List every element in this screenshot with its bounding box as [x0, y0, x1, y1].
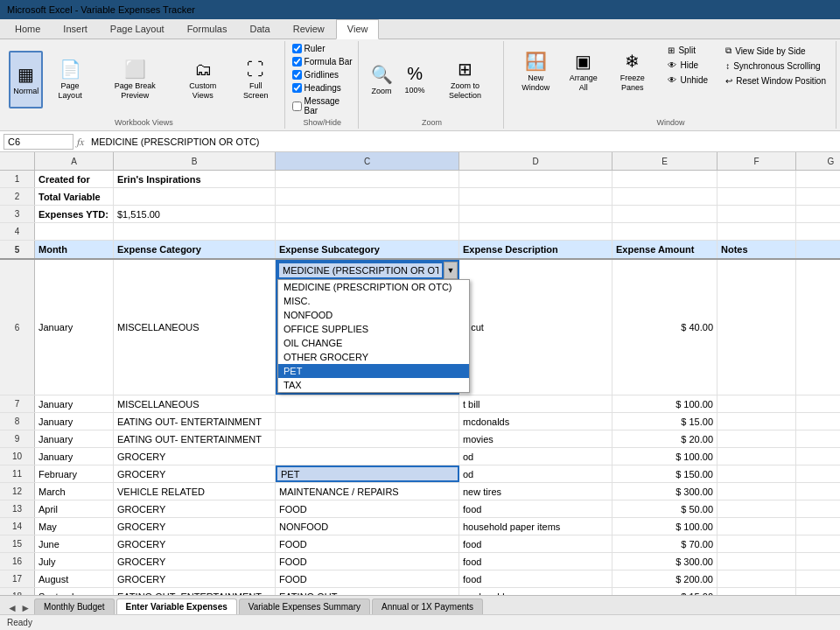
cell-4-b[interactable] — [114, 223, 276, 240]
ribbon-btn-new-window[interactable]: 🪟New Window — [511, 43, 560, 101]
cell-10-d[interactable]: od — [459, 448, 612, 465]
cell-13-d[interactable]: food — [459, 500, 612, 517]
cell-17-c[interactable]: FOOD — [276, 570, 459, 587]
cell-13-g[interactable] — [796, 500, 840, 517]
cell-15-b[interactable]: GROCERY — [114, 536, 276, 552]
sheet-tab-annual-or-1x-payments[interactable]: Annual or 1X Payments — [372, 598, 483, 614]
checkbox-ruler[interactable] — [292, 44, 302, 53]
cell-15-c[interactable]: FOOD — [276, 536, 459, 552]
ribbon-tab-review[interactable]: Review — [282, 19, 336, 38]
cell-13-e[interactable]: $ 50.00 — [612, 500, 718, 517]
cell-8-d[interactable]: mcdonalds — [459, 413, 612, 430]
cell-11-d[interactable]: od — [459, 466, 612, 482]
cell-17-b[interactable]: GROCERY — [114, 570, 276, 587]
cell-17-e[interactable]: $ 200.00 — [612, 570, 718, 587]
sheet-tab-monthly-budget[interactable]: Monthly Budget — [34, 598, 115, 614]
cell-1-g[interactable] — [796, 171, 840, 187]
ribbon-btn-page-layout[interactable]: 📄Page Layout — [45, 51, 95, 108]
dropdown-item[interactable]: OTHER GROCERY — [278, 350, 469, 364]
cell-4-c[interactable] — [276, 223, 459, 240]
cell-13-b[interactable]: GROCERY — [114, 500, 276, 517]
cell-11-a[interactable]: February — [35, 466, 114, 482]
formula-input[interactable] — [88, 135, 836, 149]
dropdown-item[interactable]: OIL CHANGE — [278, 336, 469, 350]
cell-4-a[interactable] — [35, 223, 114, 240]
cell-15-g[interactable] — [796, 536, 840, 552]
cell-5-g[interactable] — [796, 241, 840, 258]
cell-11-e[interactable]: $ 150.00 — [612, 466, 718, 482]
ribbon-tab-home[interactable]: Home — [4, 19, 52, 38]
cell-2-g[interactable] — [796, 188, 840, 205]
cell-9-e[interactable]: $ 20.00 — [612, 430, 718, 447]
cell-1-d[interactable] — [459, 171, 612, 187]
cell-7-a[interactable]: January — [35, 396, 114, 412]
cell-9-g[interactable] — [796, 430, 840, 447]
cell-6-f[interactable] — [718, 260, 796, 395]
cell-1-e[interactable] — [612, 171, 718, 187]
cell-1-b[interactable]: Erin's Inspirations — [114, 171, 276, 187]
col-header-c[interactable]: C — [276, 152, 459, 170]
dropdown-item[interactable]: OFFICE SUPPLIES — [278, 322, 469, 336]
dropdown-item[interactable]: MEDICINE (PRESCRIPTION OR OTC) — [278, 280, 469, 294]
ribbon-tab-formulas[interactable]: Formulas — [176, 19, 239, 38]
ribbon-btn-zoom-selection[interactable]: ⊞Zoom to Selection — [432, 51, 498, 108]
cell-12-g[interactable] — [796, 483, 840, 500]
dropdown-selected-input[interactable] — [277, 262, 444, 279]
cell-14-b[interactable]: GROCERY — [114, 518, 276, 535]
cell-15-e[interactable]: $ 70.00 — [612, 536, 718, 552]
col-header-e[interactable]: E — [612, 152, 718, 170]
cell-2-c[interactable] — [276, 188, 459, 205]
cell-8-g[interactable] — [796, 413, 840, 430]
cell-13-f[interactable] — [718, 500, 796, 517]
cell-8-f[interactable] — [718, 413, 796, 430]
cell-11-b[interactable]: GROCERY — [114, 466, 276, 482]
ribbon-btn-split[interactable]: ⊞Split — [663, 43, 712, 58]
cell-15-f[interactable] — [718, 536, 796, 552]
cell-4-d[interactable] — [459, 223, 612, 240]
cell-10-c[interactable] — [276, 448, 459, 465]
cell-11-c[interactable]: PET — [276, 466, 459, 482]
cell-5-b[interactable]: Expense Category — [114, 241, 276, 258]
cell-6-c[interactable]: ▼MEDICINE (PRESCRIPTION OR OTC)MISC.NONF… — [276, 260, 459, 395]
cell-11-f[interactable] — [718, 466, 796, 482]
cell-8-e[interactable]: $ 15.00 — [612, 413, 718, 430]
ribbon-btn-custom-views[interactable]: 🗂Custom Views — [175, 51, 231, 108]
ribbon-tab-data[interactable]: Data — [238, 19, 281, 38]
cell-14-a[interactable]: May — [35, 518, 114, 535]
cell-13-c[interactable]: FOOD — [276, 500, 459, 517]
sheet-tab-variable-expenses-summary[interactable]: Variable Expenses Summary — [239, 598, 370, 614]
cell-2-b[interactable] — [114, 188, 276, 205]
dropdown-item[interactable]: NONFOOD — [278, 308, 469, 322]
cell-14-c[interactable]: NONFOOD — [276, 518, 459, 535]
col-header-b[interactable]: B — [114, 152, 276, 170]
cell-3-e[interactable] — [612, 206, 718, 222]
cell-4-e[interactable] — [612, 223, 718, 240]
cell-7-c[interactable] — [276, 396, 459, 412]
col-header-a[interactable]: A — [35, 152, 114, 170]
cell-13-a[interactable]: April — [35, 500, 114, 517]
cell-5-e[interactable]: Expense Amount — [612, 241, 718, 258]
ribbon-btn-reset-position[interactable]: ↩Reset Window Position — [721, 74, 830, 88]
cell-2-e[interactable] — [612, 188, 718, 205]
cell-10-b[interactable]: GROCERY — [114, 448, 276, 465]
cell-3-b[interactable]: $1,515.00 — [114, 206, 276, 222]
sheet-tab-nav[interactable]: ◄ ► — [4, 602, 34, 614]
cell-9-c[interactable] — [276, 430, 459, 447]
cell-3-a[interactable]: Expenses YTD: — [35, 206, 114, 222]
cell-3-c[interactable] — [276, 206, 459, 222]
cell-16-f[interactable] — [718, 553, 796, 570]
col-header-d[interactable]: D — [459, 152, 612, 170]
cell-14-f[interactable] — [718, 518, 796, 535]
cell-16-g[interactable] — [796, 553, 840, 570]
cell-8-a[interactable]: January — [35, 413, 114, 430]
cell-10-a[interactable]: January — [35, 448, 114, 465]
cell-9-d[interactable]: movies — [459, 430, 612, 447]
cell-15-a[interactable]: June — [35, 536, 114, 552]
cell-7-d[interactable]: t bill — [459, 396, 612, 412]
cell-10-g[interactable] — [796, 448, 840, 465]
cell-17-d[interactable]: food — [459, 570, 612, 587]
cell-3-g[interactable] — [796, 206, 840, 222]
ribbon-tab-view[interactable]: View — [336, 19, 380, 39]
cell-6-g[interactable] — [796, 260, 840, 395]
dropdown-item[interactable]: TAX — [278, 378, 469, 392]
